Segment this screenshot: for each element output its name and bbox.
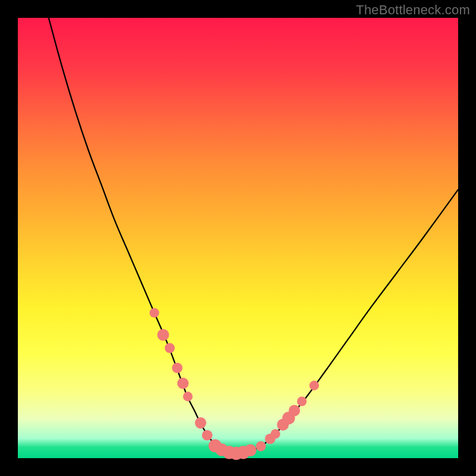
- curve-points-group: [149, 308, 319, 460]
- curve-point: [172, 362, 183, 373]
- curve-point: [183, 392, 193, 401]
- v-curve: [49, 18, 458, 453]
- curve-point: [309, 381, 319, 390]
- curve-point: [157, 329, 169, 341]
- curve-point: [202, 430, 212, 441]
- curve-point: [256, 441, 266, 452]
- curve-point: [195, 417, 206, 428]
- curve-point: [297, 396, 306, 406]
- curve-layer: [18, 18, 458, 458]
- curve-point: [165, 343, 175, 353]
- curve-point: [244, 444, 256, 456]
- curve-point: [289, 405, 300, 416]
- curve-point: [271, 429, 280, 439]
- curve-point: [177, 378, 189, 389]
- curve-point: [149, 308, 159, 318]
- watermark-text: TheBottleneck.com: [356, 2, 470, 18]
- chart-plot-area: [18, 18, 458, 458]
